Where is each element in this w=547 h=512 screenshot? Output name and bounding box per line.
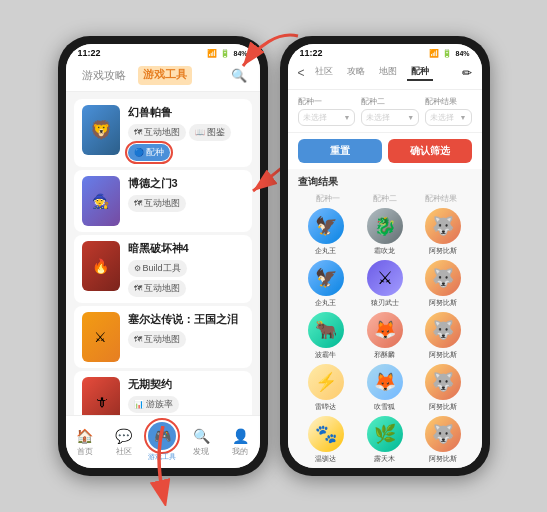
- pokemon-avatar-3-3: 🐺: [425, 364, 461, 400]
- result-cell-0-1: 🦅 企丸王: [298, 208, 355, 256]
- breed-select-box-2[interactable]: 未选择 ▼: [361, 109, 419, 126]
- pokemon-name-3-3: 阿努比斯: [429, 402, 457, 412]
- pokemon-name-3-1: 雷哔达: [315, 402, 336, 412]
- tab-breed[interactable]: 配种: [407, 64, 433, 81]
- game-item-pokemon: 🦁 幻兽帕鲁 🗺 互动地图 📖 图鉴: [74, 99, 252, 167]
- profile-icon: 👤: [232, 428, 249, 444]
- pokemon-avatar-1-3: 🐺: [425, 260, 461, 296]
- results-headers: 配种一 配种二 配种结果: [298, 193, 472, 204]
- breed-selectors: 配种一 未选择 ▼ 配种二 未选择 ▼ 配种结果 未选择: [288, 90, 482, 133]
- nav-home[interactable]: 🏠 首页: [66, 420, 105, 464]
- breed-label-2: 配种二: [361, 96, 419, 107]
- result-cell-4-1: 🐾 温驯达: [298, 416, 355, 464]
- tool-map-botw[interactable]: 🗺 互动地图: [128, 195, 186, 212]
- result-cell-1-1: 🦅 企丸王: [298, 260, 355, 308]
- search-button[interactable]: 🔍: [230, 67, 248, 85]
- tool-map-zelda[interactable]: 🗺 互动地图: [128, 331, 186, 348]
- tab-guide[interactable]: 攻略: [343, 64, 369, 81]
- breed-icon: 🔵: [134, 148, 144, 157]
- tool-dex-pokemon[interactable]: 📖 图鉴: [189, 124, 231, 141]
- chevron-icon-result: ▼: [460, 114, 467, 121]
- pokemon-name-4-3: 阿努比斯: [429, 454, 457, 464]
- map-icon-diablo: 🗺: [134, 284, 142, 293]
- game-tools-pokemon: 🗺 互动地图 📖 图鉴 🔵 配种: [128, 124, 244, 161]
- pokemon-name-4-2: 露天木: [374, 454, 395, 464]
- result-row-1: 🦅 企丸王 ⚔ 猿刃武士 🐺 阿努比斯: [298, 260, 472, 308]
- pokemon-avatar-0-1: 🦅: [308, 208, 344, 244]
- game-info-zelda: 塞尔达传说：王国之泪 🗺 互动地图: [128, 312, 244, 348]
- tab-community[interactable]: 社区: [311, 64, 337, 81]
- breed-select-box-1[interactable]: 未选择 ▼: [298, 109, 356, 126]
- breed-select-1: 配种一 未选择 ▼: [298, 96, 356, 126]
- tool-breed-pokemon[interactable]: 🔵 配种: [128, 144, 170, 161]
- discover-icon: 🔍: [193, 428, 210, 444]
- chevron-icon-1: ▼: [343, 114, 350, 121]
- pokemon-name-2-1: 波霸牛: [315, 350, 336, 360]
- edit-button[interactable]: ✏: [462, 66, 472, 80]
- breed-nav: < 社区 攻略 地图 配种 ✏: [298, 64, 472, 81]
- social-icon: 💬: [115, 428, 132, 444]
- game-title-botw: 博德之门3: [128, 176, 244, 191]
- nav-discover[interactable]: 🔍 发现: [182, 420, 221, 464]
- game-info-wuxia: 无期契约 📊 游族率 🧮 通行证计算器 🛍: [128, 377, 244, 415]
- result-cell-2-1: 🐂 波霸牛: [298, 312, 355, 360]
- map-icon-botw: 🗺: [134, 199, 142, 208]
- result-cell-3-3: 🐺 阿努比斯: [415, 364, 472, 412]
- game-tools-botw: 🗺 互动地图: [128, 195, 244, 212]
- result-cell-4-2: 🌿 露天木: [356, 416, 413, 464]
- nav-social[interactable]: 💬 社区: [104, 420, 143, 464]
- game-item-botw: 🧙 博德之门3 🗺 互动地图: [74, 170, 252, 232]
- breed-tabs: 社区 攻略 地图 配种: [311, 64, 433, 81]
- game-thumb-diablo: 🔥: [82, 241, 120, 291]
- chevron-icon-2: ▼: [407, 114, 414, 121]
- game-title-diablo: 暗黑破坏神4: [128, 241, 244, 256]
- status-icons-right: 📶 🔋 84%: [429, 49, 469, 58]
- pokemon-avatar-4-3: 🐺: [425, 416, 461, 452]
- result-cell-1-3: 🐺 阿努比斯: [415, 260, 472, 308]
- pokemon-avatar-2-1: 🐂: [308, 312, 344, 348]
- pokemon-name-2-3: 阿努比斯: [429, 350, 457, 360]
- pokemon-avatar-3-1: ⚡: [308, 364, 344, 400]
- header-tabs: 游戏攻略 游戏工具: [78, 66, 192, 85]
- bottom-nav-left: 🏠 首页 💬 社区 🎮 游戏工具 🔍 发现 👤 我的: [66, 415, 260, 468]
- pokemon-avatar-4-2: 🌿: [367, 416, 403, 452]
- tab-map[interactable]: 地图: [375, 64, 401, 81]
- status-bar-left: 11:22 📶 🔋 84%: [66, 44, 260, 60]
- tool-map-diablo[interactable]: 🗺 互动地图: [128, 280, 186, 297]
- dex-icon: 📖: [195, 128, 205, 137]
- map-icon-zelda: 🗺: [134, 335, 142, 344]
- tab-game-guide[interactable]: 游戏攻略: [78, 66, 130, 85]
- game-thumb-pokemon: 🦁: [82, 105, 120, 155]
- tab-game-tools[interactable]: 游戏工具: [138, 66, 192, 85]
- result-cell-4-3: 🐺 阿努比斯: [415, 416, 472, 464]
- game-title-zelda: 塞尔达传说：王国之泪: [128, 312, 244, 327]
- tools-active-indicator: 🎮: [148, 422, 176, 450]
- game-thumb-wuxia: 🗡: [82, 377, 120, 415]
- nav-profile[interactable]: 👤 我的: [221, 420, 260, 464]
- back-button[interactable]: <: [298, 66, 305, 80]
- pokemon-name-1-1: 企丸王: [315, 298, 336, 308]
- result-cell-0-3: 🐺 阿努比斯: [415, 208, 472, 256]
- result-cell-0-2: 🐉 霜吹龙: [356, 208, 413, 256]
- tool-build-diablo[interactable]: ⚙ Build工具: [128, 260, 187, 277]
- confirm-button[interactable]: 确认筛选: [388, 139, 472, 163]
- tool-rate-wuxia[interactable]: 📊 游族率: [128, 396, 179, 413]
- nav-tools[interactable]: 🎮 游戏工具: [143, 420, 182, 464]
- game-tools-diablo: ⚙ Build工具 🗺 互动地图: [128, 260, 244, 297]
- game-title-wuxia: 无期契约: [128, 377, 244, 392]
- result-cell-1-2: ⚔ 猿刃武士: [356, 260, 413, 308]
- game-item-wuxia: 🗡 无期契约 📊 游族率 🧮 通行证计算器: [74, 371, 252, 415]
- pokemon-name-0-2: 霜吹龙: [374, 246, 395, 256]
- game-item-zelda: ⚔ 塞尔达传说：王国之泪 🗺 互动地图: [74, 306, 252, 368]
- status-icons-left: 📶 🔋 84%: [207, 49, 247, 58]
- reset-button[interactable]: 重置: [298, 139, 382, 163]
- game-info-diablo: 暗黑破坏神4 ⚙ Build工具 🗺 互动地图: [128, 241, 244, 297]
- breed-header: < 社区 攻略 地图 配种 ✏: [288, 60, 482, 90]
- header-left: 游戏攻略 游戏工具 🔍: [66, 60, 260, 92]
- pokemon-name-1-2: 猿刃武士: [371, 298, 399, 308]
- tool-map-pokemon[interactable]: 🗺 互动地图: [128, 124, 186, 141]
- breed-select-result: 配种结果 未选择 ▼: [425, 96, 471, 126]
- status-bar-right: 11:22 📶 🔋 84%: [288, 44, 482, 60]
- time-left: 11:22: [78, 48, 101, 58]
- breed-select-box-result[interactable]: 未选择 ▼: [425, 109, 471, 126]
